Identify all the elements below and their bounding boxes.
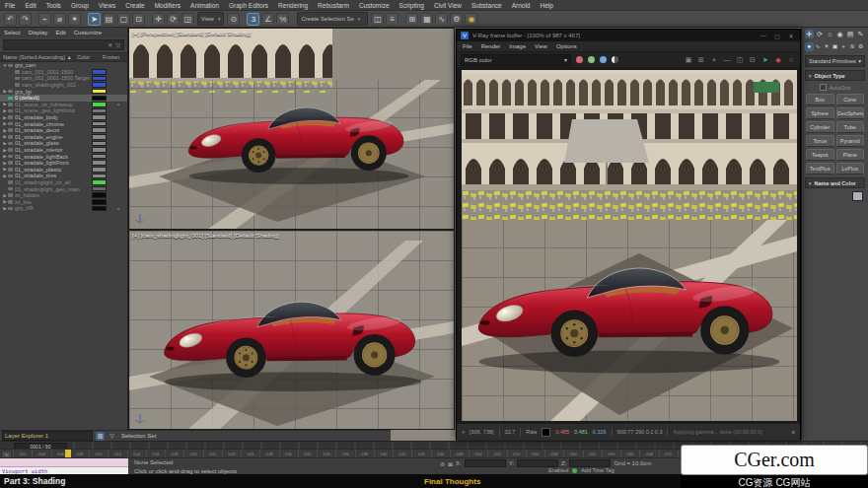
minimize-icon[interactable]: — [759,33,768,38]
column-color[interactable]: Color [77,54,103,60]
layer-color-swatch[interactable] [92,167,107,173]
viewport-perspective[interactable]: [+] [Perspective] [Standard] [Default Sh… [128,28,455,230]
layer-color-swatch[interactable] [92,96,107,102]
save-image-icon[interactable]: ▣ [684,55,693,65]
menu-graph-editors[interactable]: Graph Editors [224,2,273,9]
unlink-selection-icon[interactable]: ⌀ [53,13,66,26]
table-row[interactable]: cam_001_0001-1500.Target [0,75,127,82]
explorer-menu-select[interactable]: Select [4,30,21,35]
shapes-subtab-icon[interactable]: ∿ [814,42,823,51]
table-row[interactable]: ▶zz_live [0,198,127,205]
copy-image-icon[interactable]: ⊞ [696,55,706,65]
layer-color-swatch[interactable] [92,141,107,147]
layer-color-swatch[interactable] [92,147,107,153]
geometry-subtab-icon[interactable]: ● [805,42,814,51]
toggle-scene-explorer-icon[interactable]: ⊞ [405,13,418,26]
hierarchy-tab-icon[interactable]: ⌂ [826,30,834,38]
primitive-button-teapot[interactable]: Teapot [806,149,834,161]
layer-color-swatch[interactable] [92,114,107,120]
table-row[interactable]: 0 (default) [0,95,127,102]
primitive-button-sphere[interactable]: Sphere [806,107,834,119]
layer-color-swatch[interactable] [92,160,107,166]
primitive-button-geosphere[interactable]: GeoSphere [836,107,865,119]
column-name[interactable]: Name (Sorted Ascending) ▲ [3,54,77,60]
table-row[interactable]: ▶01_stradale_tires [0,173,127,179]
vfb-menu-options[interactable]: Options [556,43,577,49]
layer-color-swatch[interactable] [92,89,107,95]
select-and-scale-icon[interactable]: ◲ [181,13,194,26]
red-channel-toggle[interactable] [576,56,583,63]
vfb-channel-dropdown[interactable]: RGB color▾ [461,54,571,66]
table-row[interactable]: 01_shadinglight_ctr_all [0,179,127,186]
viewport-bottom-label[interactable]: [+] [cam_shadinglight_001] [Standard] [D… [132,233,279,239]
menu-civil-view[interactable]: Civil View [429,2,467,9]
frozen-indicator[interactable]: ● [111,206,125,211]
blue-channel-toggle[interactable] [600,56,607,63]
object-color-swatch[interactable] [852,191,863,201]
render-last-icon[interactable]: ◆ [773,55,783,65]
named-selection-sets-dropdown[interactable]: Create Selection Se▾ [297,12,368,26]
maximize-icon[interactable]: ▢ [772,33,782,39]
table-row[interactable]: ▶01_stradale_lightFront [0,160,127,167]
layer-color-swatch[interactable] [92,76,107,82]
add-time-tag[interactable]: Add Time Tag [581,467,615,473]
filter-icon[interactable]: ▽ [115,41,120,48]
layer-color-swatch[interactable] [92,199,107,205]
menu-create[interactable]: Create [120,2,150,9]
menu-edit[interactable]: Edit [20,2,40,9]
table-row[interactable]: ▶01_stradale_engine [0,134,127,141]
table-row[interactable]: cam_001_0001-1500 [0,69,127,76]
table-row[interactable]: ▶01_stradale_lightBack [0,153,127,160]
rectangular-selection-region-icon[interactable]: ▢ [117,13,130,26]
maxscript-mini-listener[interactable]: Viewport width [0,458,128,475]
enabled-indicator[interactable] [572,468,577,473]
layer-explorer-field[interactable]: Layer Explorer 1 [2,431,93,441]
layer-color-swatch[interactable] [92,134,107,140]
layer-color-swatch[interactable] [92,108,107,114]
table-row[interactable]: ▶01_stradale_plastic [0,167,127,174]
mirror-icon[interactable]: ◫ [371,13,384,26]
select-and-move-icon[interactable]: ✛ [152,13,165,26]
menu-tools[interactable]: Tools [41,2,66,9]
percent-snap-toggle-icon[interactable]: % [276,13,289,26]
explorer-menu-edit[interactable]: Edit [55,30,65,35]
menu-file[interactable]: File [0,2,20,9]
frozen-indicator[interactable]: ● [111,102,125,106]
table-row[interactable]: ▶01_scene_ctr_hdrisetup● [0,102,127,108]
explorer-search-input[interactable]: ✕ ▽ [3,39,124,50]
stats-collapse-icon[interactable]: ≡ [792,429,795,435]
table-row[interactable]: ▶grp_lgt [0,88,127,95]
vfb-rendered-image[interactable] [457,68,800,423]
table-row[interactable]: ▼grp_cam [0,62,127,69]
object-type-rollout[interactable]: ▾Object Type [805,70,865,81]
primitive-button-textplus[interactable]: TextPlus [806,163,834,174]
systems-subtab-icon[interactable]: ⚙ [856,42,865,51]
x-coordinate-field[interactable] [465,459,506,467]
menu-customize[interactable]: Customize [354,2,395,9]
viewport-camera[interactable]: [+] [cam_shadinglight_001] [Standard] [D… [128,230,455,430]
bind-to-space-warp-icon[interactable]: ✶ [68,13,81,26]
autogrid-toggle[interactable]: AutoGrid [802,84,868,91]
redo-icon[interactable]: ↷ [19,13,32,26]
menu-modifiers[interactable]: Modifiers [150,2,185,9]
vfb-title-bar[interactable]: V V-Ray frame buffer - [100% of 987 x 46… [457,30,800,41]
trash-icon[interactable]: ▥ [96,432,105,441]
explorer-menu-display[interactable]: Display [29,30,48,35]
select-by-name-icon[interactable]: ▤ [103,13,115,26]
duplicate-to-host-icon[interactable]: ◫ [735,55,745,65]
green-channel-toggle[interactable] [588,56,595,63]
menu-rebusfarm[interactable]: Rebusfarm [313,2,354,9]
primitive-button-tube[interactable]: Tube [836,121,865,133]
compare-images-icon[interactable]: ⊟ [748,55,758,65]
autogrid-checkbox[interactable] [820,84,827,91]
stop-render-icon[interactable]: ○ [786,55,796,65]
primitive-button-lvplus[interactable]: LvPlus [836,163,865,174]
pixel-probe-icon[interactable]: ⌖ [462,429,465,436]
table-row[interactable]: ▶01_stradale_chrome [0,120,127,127]
selection-lock-icon[interactable]: ⊠ [448,460,453,467]
modify-tab-icon[interactable]: ⟳ [815,30,824,38]
table-row[interactable]: ▶01_stradale_body [0,114,127,121]
menu-arnold[interactable]: Arnold [507,2,536,9]
layer-color-swatch[interactable] [92,174,107,179]
primitive-button-cone[interactable]: Cone [836,94,865,105]
